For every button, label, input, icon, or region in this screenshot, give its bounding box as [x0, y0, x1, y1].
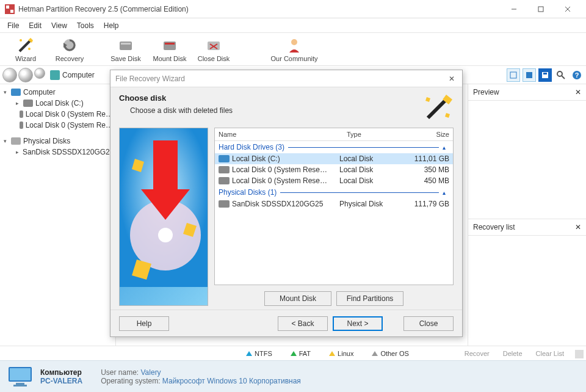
legend-row: NTFS FAT Linux Other OS Recover Delete C…: [0, 346, 586, 360]
table-row[interactable]: Local Disk 0 (System Rese… Local Disk 35…: [215, 164, 453, 175]
svg-text:?: ?: [575, 71, 579, 79]
menu-view[interactable]: View: [46, 20, 72, 31]
delete-button[interactable]: Delete: [498, 349, 527, 358]
app-logo-icon: [5, 4, 15, 14]
preview-pane-header: Preview ✕: [468, 84, 586, 101]
computer-icon: [50, 70, 60, 80]
mount-disk-button[interactable]: Mount Disk: [264, 291, 331, 306]
svg-rect-22: [526, 72, 532, 78]
maximize-button[interactable]: [527, 0, 554, 18]
view-mode-1-button[interactable]: [507, 68, 520, 82]
toolbar-close-disk[interactable]: Close Disk: [193, 37, 234, 62]
tree-node-local-c[interactable]: ▸ Local Disk (C:): [1, 98, 114, 109]
dialog-close-button[interactable]: ✕: [446, 74, 457, 83]
save-button[interactable]: [538, 68, 552, 82]
address-text: Computer: [62, 71, 95, 79]
help-icon-button[interactable]: ?: [570, 68, 584, 82]
table-row[interactable]: Local Disk (C:) Local Disk 111,01 GB: [215, 153, 453, 164]
tree-node-local-0b[interactable]: Local Disk 0 (System Re…: [1, 120, 114, 131]
clear-list-button[interactable]: Clear List: [531, 349, 569, 358]
tree-node-computer[interactable]: ▾ Computer: [1, 87, 114, 98]
col-size[interactable]: Size: [404, 128, 453, 140]
svg-rect-14: [121, 43, 131, 45]
svg-marker-36: [425, 97, 430, 102]
svg-rect-16: [165, 43, 175, 45]
recovery-list-header: Recovery list ✕: [468, 219, 586, 236]
chevron-up-icon: ▴: [443, 144, 449, 151]
svg-point-20: [291, 39, 297, 45]
computer-large-icon: [7, 366, 33, 388]
toolbar-community[interactable]: Our Community: [264, 37, 325, 62]
legend-linux: Linux: [329, 350, 353, 357]
nav-back-button[interactable]: [2, 68, 17, 82]
table-header: Name Type Size: [215, 128, 453, 141]
disk-icon: [20, 122, 23, 129]
wand-icon: [424, 93, 454, 120]
disk-icon: [20, 111, 23, 118]
svg-rect-24: [543, 73, 547, 74]
help-button[interactable]: Help: [119, 316, 169, 331]
group-physical[interactable]: Physical Disks (1)▴: [215, 186, 453, 198]
toolbar-wizard[interactable]: Wizard: [5, 37, 46, 62]
footer-os-label: Operating system:: [101, 377, 160, 385]
table-row[interactable]: Local Disk 0 (System Rese… Local Disk 45…: [215, 175, 453, 186]
preview-pane-body: [468, 101, 586, 219]
toolbar-recovery[interactable]: Recovery: [49, 37, 90, 62]
col-name[interactable]: Name: [215, 128, 343, 140]
footer-user-label: User name:: [101, 368, 139, 377]
tree-label: Computer: [23, 88, 56, 96]
legend-ntfs: NTFS: [246, 350, 272, 357]
view-mode-2-button[interactable]: [523, 68, 536, 82]
search-button[interactable]: [554, 68, 568, 82]
col-type[interactable]: Type: [343, 128, 404, 140]
group-hdd[interactable]: Hard Disk Drives (3)▴: [215, 141, 453, 153]
close-button[interactable]: [554, 0, 581, 18]
menu-edit[interactable]: Edit: [24, 20, 46, 31]
recover-button[interactable]: Recover: [460, 349, 494, 358]
svg-point-40: [158, 228, 173, 242]
community-icon: [286, 37, 303, 54]
tree-node-local-0a[interactable]: Local Disk 0 (System Re…: [1, 109, 114, 120]
next-button[interactable]: Next >: [333, 316, 383, 331]
caret-right-icon: ▸: [16, 100, 22, 106]
dialog-subheading: Choose a disk with deleted files: [119, 106, 424, 115]
svg-marker-37: [445, 113, 450, 118]
action-icon[interactable]: [573, 349, 581, 357]
dialog-header: Choose disk Choose a disk with deleted f…: [110, 87, 462, 125]
legend-other: Other OS: [372, 350, 408, 357]
tree-node-sandisk[interactable]: ▸ SanDisk SDSSDX120GG2…: [1, 147, 114, 158]
tree-label: Local Disk (C:): [35, 99, 84, 107]
close-recovery-list-button[interactable]: ✕: [575, 223, 581, 231]
minimize-button[interactable]: [501, 0, 527, 18]
nav-dropdown-button[interactable]: [34, 68, 45, 79]
close-disk-icon: [205, 37, 222, 54]
mount-disk-icon: [161, 37, 178, 54]
wand-icon: [17, 37, 34, 54]
tree-node-physical[interactable]: ▾ Physical Disks: [1, 136, 114, 147]
find-partitions-button[interactable]: Find Partitions: [336, 291, 403, 306]
svg-point-9: [20, 39, 22, 42]
right-panes: Preview ✕ Recovery list ✕: [468, 84, 586, 346]
menu-file[interactable]: File: [2, 20, 24, 31]
caret-right-icon: ▸: [16, 149, 19, 155]
close-preview-button[interactable]: ✕: [575, 88, 581, 96]
menu-tools[interactable]: Tools: [72, 20, 99, 31]
nav-forward-button[interactable]: [18, 68, 33, 82]
dialog-artwork: [119, 128, 208, 306]
dialog-titlebar: File Recovery Wizard ✕: [110, 70, 462, 87]
menubar: File Edit View Tools Help: [0, 18, 586, 33]
tree-label: Local Disk 0 (System Re…: [26, 110, 113, 118]
table-row[interactable]: SanDisk SDSSDX120GG25 Physical Disk 111,…: [215, 198, 453, 209]
menu-help[interactable]: Help: [99, 20, 124, 31]
toolbar-save-disk[interactable]: Save Disk: [105, 37, 146, 62]
close-dialog-button[interactable]: Close: [403, 316, 454, 331]
back-button[interactable]: < Back: [278, 316, 328, 331]
disk-icon: [219, 200, 230, 208]
svg-line-34: [428, 98, 447, 118]
legend-fat: FAT: [291, 350, 311, 357]
svg-point-10: [28, 48, 31, 50]
disk-icon: [23, 100, 33, 107]
physical-disk-icon: [11, 137, 21, 145]
toolbar-mount-disk[interactable]: Mount Disk: [149, 37, 190, 62]
chevron-up-icon: ▴: [443, 189, 449, 196]
